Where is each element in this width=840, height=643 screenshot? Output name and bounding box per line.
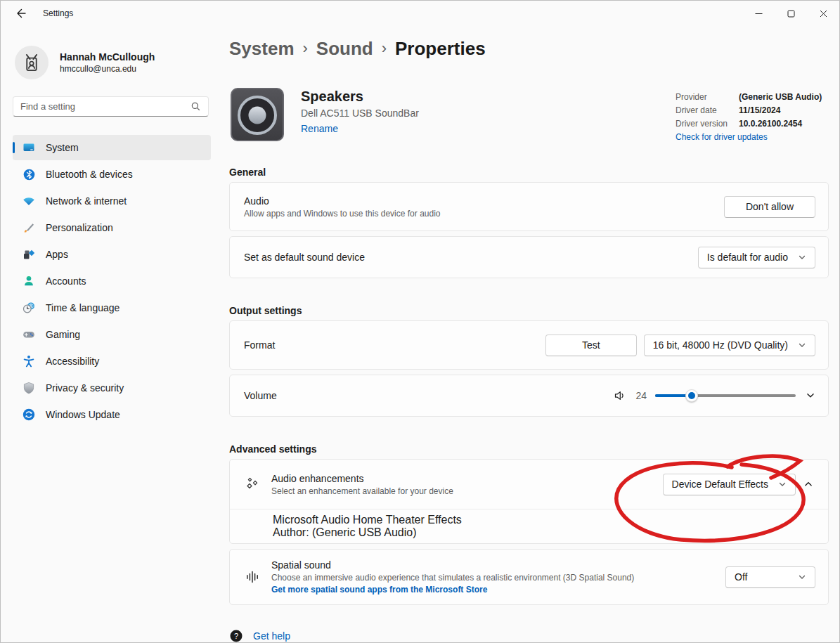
footer: ? Get help <box>229 629 829 643</box>
default-device-dropdown-value: Is default for audio <box>707 252 788 263</box>
sidebar-item-privacy-security[interactable]: Privacy & security <box>13 375 211 401</box>
app-title: Settings <box>43 8 73 18</box>
time-language-icon <box>21 301 37 315</box>
general-heading: General <box>229 167 829 178</box>
avatar <box>15 46 49 79</box>
sidebar-item-label: System <box>46 142 79 153</box>
selection-indicator <box>13 142 15 153</box>
current-effect-name: Microsoft Audio Home Theater Effects <box>273 514 828 526</box>
device-name: Speakers <box>301 89 419 105</box>
system-icon <box>21 141 37 155</box>
sidebar-item-gaming[interactable]: Gaming <box>13 322 211 347</box>
accounts-icon <box>21 274 37 288</box>
sidebar-item-label: Accessibility <box>46 356 99 367</box>
svg-text:?: ? <box>234 632 238 640</box>
audio-setting-card: Audio Allow apps and Windows to use this… <box>229 182 829 231</box>
sidebar-item-accessibility[interactable]: Accessibility <box>13 349 211 374</box>
minimize-icon <box>755 10 763 18</box>
spatial-sound-subtitle: Choose an immersive audio experience tha… <box>271 573 634 583</box>
sidebar: Hannah McCullough hmccullo@unca.edu Syst… <box>1 26 223 642</box>
search-input[interactable] <box>20 101 190 112</box>
check-driver-updates-link[interactable]: Check for driver updates <box>676 132 768 142</box>
privacy-security-icon <box>21 381 37 395</box>
audio-title: Audio <box>244 195 441 207</box>
search-icon <box>190 101 201 112</box>
volume-title: Volume <box>244 390 277 401</box>
audio-enhancements-dropdown[interactable]: Device Default Effects <box>663 474 796 495</box>
close-button[interactable] <box>807 1 839 26</box>
spatial-sound-dropdown-value: Off <box>735 571 747 583</box>
dont-allow-button[interactable]: Don't allow <box>724 196 815 218</box>
chevron-down-icon <box>798 253 806 261</box>
chevron-down-icon <box>798 573 806 581</box>
accessibility-icon <box>21 354 37 368</box>
default-device-dropdown[interactable]: Is default for audio <box>698 247 815 268</box>
format-dropdown[interactable]: 16 bit, 48000 Hz (DVD Quality) <box>644 335 815 356</box>
sidebar-item-personalization[interactable]: Personalization <box>13 215 211 240</box>
current-effect-row: Microsoft Audio Home Theater Effects Aut… <box>230 509 828 543</box>
maximize-button[interactable] <box>775 1 807 26</box>
bluetooth-icon <box>21 167 37 181</box>
sparkles-icon <box>244 476 261 493</box>
default-device-title: Set as default sound device <box>244 252 365 263</box>
volume-slider-thumb[interactable] <box>685 389 698 402</box>
chevron-down-icon <box>778 480 787 488</box>
back-button[interactable] <box>9 4 33 22</box>
spatial-sound-title: Spatial sound <box>271 559 634 571</box>
personalization-icon <box>21 221 37 235</box>
driver-info: Provider (Generic USB Audio) Driver date… <box>676 86 829 143</box>
titlebar: Settings <box>1 1 839 26</box>
spatial-sound-dropdown[interactable]: Off <box>725 566 815 588</box>
chevron-right-icon: › <box>382 36 387 61</box>
audio-enhancements-card: Audio enhancements Select an enhancement… <box>229 459 829 544</box>
sidebar-item-bluetooth-devices[interactable]: Bluetooth & devices <box>13 162 211 187</box>
profile-name: Hannah McCullough <box>60 51 155 63</box>
spatial-sound-store-link[interactable]: Get more spatial sound apps from the Mic… <box>271 585 487 595</box>
get-help-link[interactable]: Get help <box>253 630 290 642</box>
profile-email: hmccullo@unca.edu <box>60 64 155 74</box>
network-icon <box>21 194 37 208</box>
driver-version-label: Driver version <box>676 117 739 131</box>
sidebar-item-windows-update[interactable]: Windows Update <box>13 402 211 427</box>
driver-provider-value: (Generic USB Audio) <box>739 91 822 104</box>
volume-slider[interactable] <box>655 389 796 402</box>
sidebar-item-apps[interactable]: Apps <box>13 242 211 267</box>
test-button[interactable]: Test <box>545 335 637 356</box>
volume-card: Volume 24 <box>229 375 829 417</box>
audio-enhancements-subtitle: Select an enhancement available for your… <box>271 486 453 496</box>
sidebar-item-accounts[interactable]: Accounts <box>13 268 211 294</box>
sidebar-item-network-internet[interactable]: Network & internet <box>13 188 211 214</box>
driver-version-value: 10.0.26100.2454 <box>739 117 802 131</box>
device-description: Dell AC511 USB SoundBar <box>301 108 419 119</box>
spatial-sound-card: Spatial sound Choose an immersive audio … <box>229 549 829 605</box>
gaming-icon <box>21 327 37 342</box>
sidebar-item-label: Gaming <box>46 329 80 340</box>
format-title: Format <box>244 339 275 351</box>
sidebar-item-label: Accounts <box>46 275 86 287</box>
main-content: System › Sound › Properties Speakers Del… <box>229 26 829 642</box>
sidebar-item-label: Windows Update <box>46 409 120 420</box>
close-icon <box>820 10 827 18</box>
advanced-settings-heading: Advanced settings <box>229 443 829 455</box>
expander-chevron-up-icon[interactable] <box>801 479 815 489</box>
sidebar-item-label: Personalization <box>46 222 113 233</box>
sidebar-item-system[interactable]: System <box>13 135 211 160</box>
default-device-card: Set as default sound device Is default f… <box>229 236 829 278</box>
chevron-right-icon: › <box>303 36 308 61</box>
sidebar-item-time-language[interactable]: Time & language <box>13 295 211 320</box>
search-box[interactable] <box>13 96 209 117</box>
output-settings-heading: Output settings <box>229 305 829 316</box>
sidebar-item-label: Bluetooth & devices <box>46 169 133 180</box>
rename-link[interactable]: Rename <box>301 123 338 134</box>
sidebar-item-label: Network & internet <box>46 195 127 207</box>
breadcrumb-system[interactable]: System <box>229 36 295 61</box>
maximize-icon <box>787 10 795 18</box>
volume-expander-chevron-down-icon[interactable] <box>806 391 815 401</box>
minimize-button[interactable] <box>742 1 775 26</box>
breadcrumb: System › Sound › Properties <box>229 36 829 61</box>
device-header: Speakers Dell AC511 USB SoundBar Rename … <box>229 86 829 143</box>
user-profile[interactable]: Hannah McCullough hmccullo@unca.edu <box>15 46 223 79</box>
breadcrumb-sound[interactable]: Sound <box>316 36 373 61</box>
chevron-down-icon <box>798 341 806 349</box>
windows-update-icon <box>21 408 37 422</box>
